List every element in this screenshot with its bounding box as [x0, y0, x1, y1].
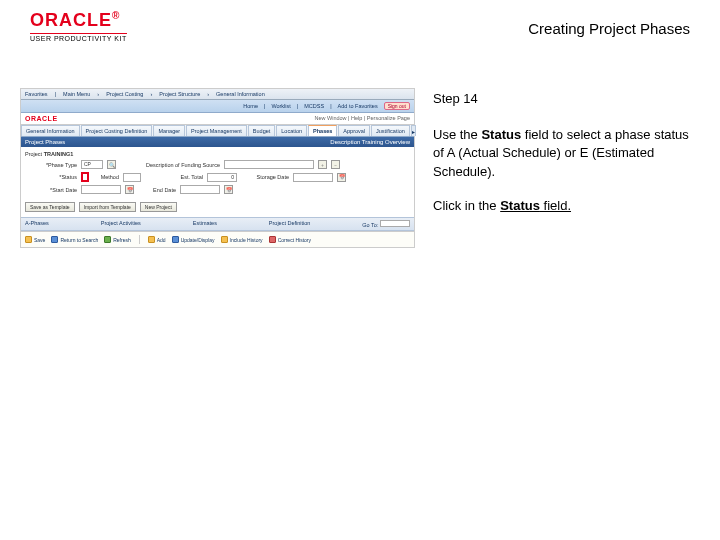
save-as-template-button[interactable]: Save as Template — [25, 202, 75, 212]
upk-subtitle: USER PRODUCTIVITY KIT — [30, 33, 127, 42]
new-project-button[interactable]: New Project — [140, 202, 177, 212]
save-button[interactable]: Save — [25, 236, 45, 243]
signout-button[interactable]: Sign out — [384, 102, 410, 110]
app-menubar: Favorites | Main Menu › Project Costing … — [21, 89, 414, 100]
brand-logo: ORACLE® USER PRODUCTIVITY KIT — [30, 10, 127, 42]
add-row-icon[interactable]: ＋ — [318, 160, 327, 169]
subsection-bar: A-Phases Project Activities Estimates Pr… — [21, 217, 414, 231]
import-from-template-button[interactable]: Import from Template — [79, 202, 136, 212]
desc-funding-label: Description of Funding Source — [120, 162, 220, 168]
instruction-panel: Step 14 Use the Status field to select a… — [433, 88, 700, 248]
oracle-wordmark: ORACLE® — [30, 10, 127, 31]
correct-history-button[interactable]: Correct History — [269, 236, 311, 243]
app-tabstrip: General Information Project Costing Defi… — [21, 125, 414, 137]
tab-scroll-right-icon[interactable]: ▸ — [411, 125, 416, 136]
est-total-input[interactable]: 0 — [207, 173, 237, 182]
tab-project-costing-definition[interactable]: Project Costing Definition — [81, 125, 153, 136]
topbar-worklist[interactable]: Worklist — [271, 103, 290, 109]
status-label: *Status — [25, 174, 77, 180]
menu-favorites[interactable]: Favorites — [25, 91, 48, 97]
update-display-button[interactable]: Update/Display — [172, 236, 215, 243]
phasetype-input[interactable]: CP — [81, 160, 103, 169]
section-description: Description Training Overview — [330, 139, 410, 145]
tab-phases[interactable]: Phases — [308, 125, 337, 136]
footer-toolbar: Save Return to Search Refresh Add Update… — [21, 231, 414, 247]
delete-row-icon[interactable]: － — [331, 160, 340, 169]
step-number: Step 14 — [433, 90, 700, 108]
topbar-user: MCDSS — [304, 103, 324, 109]
status-field-highlight — [81, 172, 89, 182]
sub-activities[interactable]: Project Activities — [101, 220, 141, 228]
tab-project-management[interactable]: Project Management — [186, 125, 247, 136]
est-total-label: Est. Total — [145, 174, 203, 180]
menu-general-info[interactable]: General Information — [216, 91, 265, 97]
tab-manager[interactable]: Manager — [153, 125, 185, 136]
enddate-input[interactable] — [180, 185, 220, 194]
enddate-label: End Date — [138, 187, 176, 193]
section-title: Project Phases — [25, 139, 65, 145]
calendar-icon[interactable]: 📅 — [224, 185, 233, 194]
method-input[interactable] — [123, 173, 141, 182]
menu-project-costing[interactable]: Project Costing — [106, 91, 143, 97]
status-input[interactable] — [83, 174, 87, 180]
startdate-label: *Start Date — [25, 187, 77, 193]
calendar-icon[interactable]: 📅 — [125, 185, 134, 194]
menu-main[interactable]: Main Menu — [63, 91, 90, 97]
sub-aphases[interactable]: A-Phases — [25, 220, 49, 228]
lookup-icon[interactable]: 🔍 — [107, 160, 116, 169]
document-title: Creating Project Phases — [528, 20, 690, 37]
instruction-paragraph-1: Use the Status field to select a phase s… — [433, 126, 700, 181]
app-subheader: ORACLE New Window | Help | Personalize P… — [21, 113, 414, 125]
refresh-button[interactable]: Refresh — [104, 236, 131, 243]
app-screenshot: Favorites | Main Menu › Project Costing … — [20, 88, 415, 248]
tab-budget[interactable]: Budget — [248, 125, 275, 136]
instruction-paragraph-2: Click in the Status field. — [433, 197, 700, 215]
storage-date-label: Storage Date — [241, 174, 289, 180]
storage-date-input[interactable] — [293, 173, 333, 182]
tab-location[interactable]: Location — [276, 125, 307, 136]
topbar-addfav[interactable]: Add to Favorites — [338, 103, 378, 109]
sub-estimates[interactable]: Estimates — [193, 220, 217, 228]
include-history-button[interactable]: Include History — [221, 236, 263, 243]
subheader-links[interactable]: New Window | Help | Personalize Page — [315, 115, 411, 122]
app-oracle-logo: ORACLE — [25, 115, 58, 122]
sub-goto[interactable]: Go To: — [362, 220, 410, 228]
tab-approval[interactable]: Approval — [338, 125, 370, 136]
return-to-search-button[interactable]: Return to Search — [51, 236, 98, 243]
phasetype-label: *Phase Type — [25, 162, 77, 168]
method-label: Method — [93, 174, 119, 180]
project-label: Project TRAINING1 — [25, 151, 77, 157]
menu-project-structure[interactable]: Project Structure — [159, 91, 200, 97]
calendar-icon[interactable]: 📅 — [337, 173, 346, 182]
topbar-home[interactable]: Home — [243, 103, 258, 109]
sub-definition[interactable]: Project Definition — [269, 220, 311, 228]
desc-funding-input[interactable] — [224, 160, 314, 169]
button-row: Save as Template Import from Template Ne… — [21, 199, 414, 217]
app-topbar: Home | Worklist | MCDSS | Add to Favorit… — [21, 100, 414, 113]
startdate-input[interactable] — [81, 185, 121, 194]
tab-general-information[interactable]: General Information — [21, 125, 80, 136]
section-header: Project Phases Description Training Over… — [21, 137, 414, 147]
add-button[interactable]: Add — [148, 236, 166, 243]
tab-justification[interactable]: Justification — [371, 125, 410, 136]
